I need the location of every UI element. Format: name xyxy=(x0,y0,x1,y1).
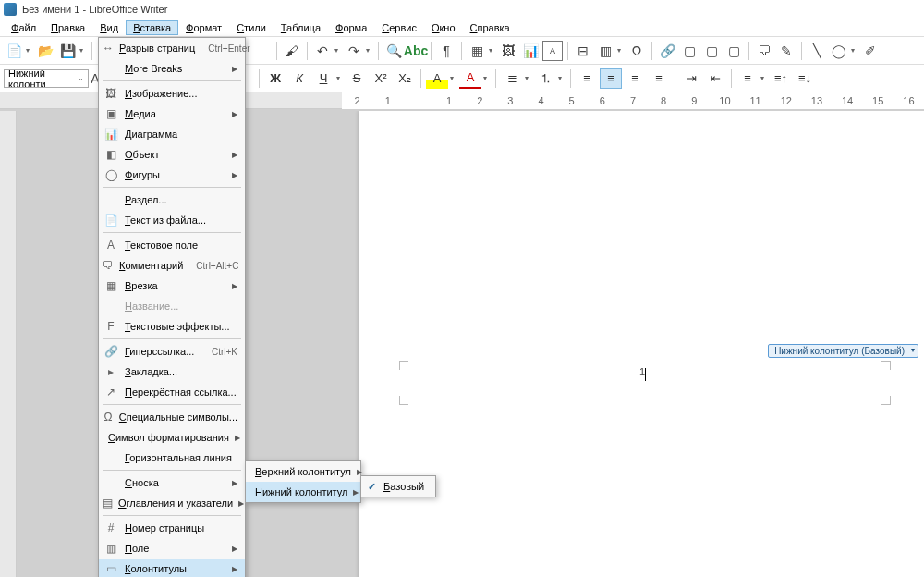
fontcolor-button[interactable]: A xyxy=(459,68,481,89)
textbox-button[interactable]: A xyxy=(542,41,563,61)
chart-button[interactable]: 📊 xyxy=(520,41,541,61)
menu-item[interactable]: 📊Диаграмма xyxy=(99,124,245,144)
vertical-ruler[interactable] xyxy=(0,111,17,577)
trackchanges-button[interactable]: ✎ xyxy=(776,41,796,61)
menu-item[interactable]: Горизонтальная линия xyxy=(99,448,245,468)
pagebreak-button[interactable]: ⊟ xyxy=(573,41,593,61)
header-footer-submenu[interactable]: Верхний колонтитул▶Нижний колонтитул▶ xyxy=(245,460,361,503)
menu-5[interactable]: Стили xyxy=(229,20,274,35)
table-button[interactable]: ▦ xyxy=(467,41,487,61)
menu-7[interactable]: Форма xyxy=(328,20,374,35)
paraspacing-inc-button[interactable]: ≡↑ xyxy=(770,68,792,89)
menu-item[interactable]: ▭Колонтитулы▶ xyxy=(99,559,245,577)
indent-dec-button[interactable]: ⇤ xyxy=(704,68,726,89)
menu-item[interactable]: Нижний колонтитул▶ xyxy=(246,482,360,502)
superscript-button[interactable]: X² xyxy=(370,68,392,89)
menu-item[interactable]: ↗Перекрёстная ссылка... xyxy=(99,382,245,402)
menu-item[interactable]: ▦Врезка▶ xyxy=(99,276,245,296)
footer-tag-button[interactable]: Нижний колонтитул (Базовый) xyxy=(768,344,918,358)
menu-0[interactable]: Файл xyxy=(4,20,43,35)
menu-3[interactable]: Вставка xyxy=(126,20,178,35)
menu-8[interactable]: Сервис xyxy=(374,20,424,35)
bookmark2-button[interactable]: ▢ xyxy=(701,41,722,61)
menu-10[interactable]: Справка xyxy=(463,20,517,35)
align-center-button[interactable]: ≡ xyxy=(600,68,622,89)
menu-4[interactable]: Формат xyxy=(178,20,229,35)
paraspacing-dec-button[interactable]: ≡↓ xyxy=(794,68,816,89)
undo-button[interactable]: ↶ xyxy=(312,41,333,61)
menu-9[interactable]: Окно xyxy=(424,20,463,35)
indent-inc-button[interactable]: ⇥ xyxy=(680,68,702,89)
align-right-button[interactable]: ≡ xyxy=(624,68,646,89)
menu-6[interactable]: Таблица xyxy=(274,20,328,35)
footnote-button[interactable]: ▢ xyxy=(679,41,699,61)
shapes-button[interactable]: ◯ xyxy=(829,41,849,61)
paintbrush-button[interactable]: 🖌 xyxy=(282,41,302,61)
bullets-button[interactable]: ≣ xyxy=(501,68,523,89)
menu-item-icon: 📊 xyxy=(103,128,119,141)
menu-item[interactable]: ΩСпециальные символы... xyxy=(99,407,245,427)
symbol-button[interactable]: Ω xyxy=(626,41,647,61)
strike-button[interactable]: S xyxy=(346,68,368,89)
menu-item[interactable]: ✓Базовый xyxy=(361,476,435,497)
line-button[interactable]: ╲ xyxy=(807,41,827,61)
highlight-button[interactable]: A xyxy=(426,68,448,89)
corner-marker xyxy=(881,396,891,405)
redo-button[interactable]: ↷ xyxy=(344,41,364,61)
paragraph-style-combo[interactable]: Нижний колонти ⌄ xyxy=(4,69,89,88)
new-button[interactable]: 📄 xyxy=(4,41,24,61)
menu-item[interactable]: 🔗Гиперссылка...Ctrl+K xyxy=(99,341,245,362)
menu-item[interactable]: ▸Закладка... xyxy=(99,362,245,382)
menu-item[interactable]: FТекстовые эффекты... xyxy=(99,316,245,337)
menu-item[interactable]: Раздел... xyxy=(99,190,245,210)
window-title: Без имени 1 - LibreOffice Writer xyxy=(22,4,167,15)
italic-button[interactable]: К xyxy=(288,68,310,89)
menu-item[interactable]: More Breaks▶ xyxy=(99,58,245,79)
menu-item[interactable]: ◧Объект▶ xyxy=(99,144,245,165)
numbering-button[interactable]: ⒈ xyxy=(534,68,556,89)
menu-2[interactable]: Вид xyxy=(92,20,126,35)
spellcheck-button[interactable]: Abc xyxy=(406,41,426,61)
menu-item[interactable]: 📄Текст из файла... xyxy=(99,210,245,230)
subscript-button[interactable]: X₂ xyxy=(394,68,416,89)
menu-item[interactable]: AТекстовое поле xyxy=(99,235,245,255)
insert-menu-dropdown[interactable]: ↔Разрыв страницCtrl+EnterMore Breaks▶🖼Из… xyxy=(98,37,246,577)
menu-item[interactable]: 🖼Изображение... xyxy=(99,83,245,104)
menu-item[interactable]: Символ форматирования▶ xyxy=(99,427,245,448)
menu-item-accel: Ctrl+Enter xyxy=(208,43,249,54)
field-button[interactable]: ▥ xyxy=(595,41,615,61)
menu-item[interactable]: ◯Фигуры▶ xyxy=(99,165,245,185)
menu-1[interactable]: Правка xyxy=(43,20,92,35)
linespacing-button[interactable]: ≡ xyxy=(736,68,759,89)
underline-button[interactable]: Ч xyxy=(312,68,334,89)
bold-button[interactable]: Ж xyxy=(264,68,286,89)
menu-item[interactable]: 🗨КомментарийCtrl+Alt+C xyxy=(99,255,245,276)
align-justify-button[interactable]: ≡ xyxy=(648,68,670,89)
document-page[interactable]: Нижний колонтитул (Базовый) 1 xyxy=(359,111,924,577)
menubar[interactable]: ФайлПравкаВидВставкаФорматСтилиТаблицаФо… xyxy=(0,18,924,37)
draw-button[interactable]: ✐ xyxy=(860,41,881,61)
hyperlink-button[interactable]: 🔗 xyxy=(657,41,677,61)
footer-submenu[interactable]: ✓Базовый xyxy=(360,475,436,497)
nonprinting-button[interactable]: ¶ xyxy=(436,41,456,61)
crossref-button[interactable]: ▢ xyxy=(723,41,744,61)
menu-item-label: Специальные символы... xyxy=(119,411,237,423)
menu-item[interactable]: ↔Разрыв страницCtrl+Enter xyxy=(99,38,245,58)
find-button[interactable]: 🔍 xyxy=(383,41,404,61)
image-button[interactable]: 🖼 xyxy=(498,41,518,61)
menu-item[interactable]: ▤Оглавления и указатели▶ xyxy=(99,493,245,513)
menu-item-label: Текстовое поле xyxy=(125,239,237,251)
open-button[interactable]: 📂 xyxy=(35,41,55,61)
save-button[interactable]: 💾 xyxy=(57,41,78,61)
menu-item[interactable]: #Номер страницы xyxy=(99,518,245,538)
menu-item[interactable]: ▥Поле▶ xyxy=(99,538,245,559)
menu-item[interactable]: ▣Медиа▶ xyxy=(99,104,245,124)
menu-item-label: Диаграмма xyxy=(125,129,237,140)
comment-button[interactable]: 🗨 xyxy=(754,41,774,61)
menu-item-icon: ▸ xyxy=(103,365,119,378)
menu-item[interactable]: Сноска▶ xyxy=(99,473,245,493)
footer-content[interactable]: 1 xyxy=(403,364,887,401)
menu-item-icon: ▦ xyxy=(103,279,119,292)
align-left-button[interactable]: ≡ xyxy=(576,68,598,89)
menu-item[interactable]: Верхний колонтитул▶ xyxy=(246,461,360,482)
